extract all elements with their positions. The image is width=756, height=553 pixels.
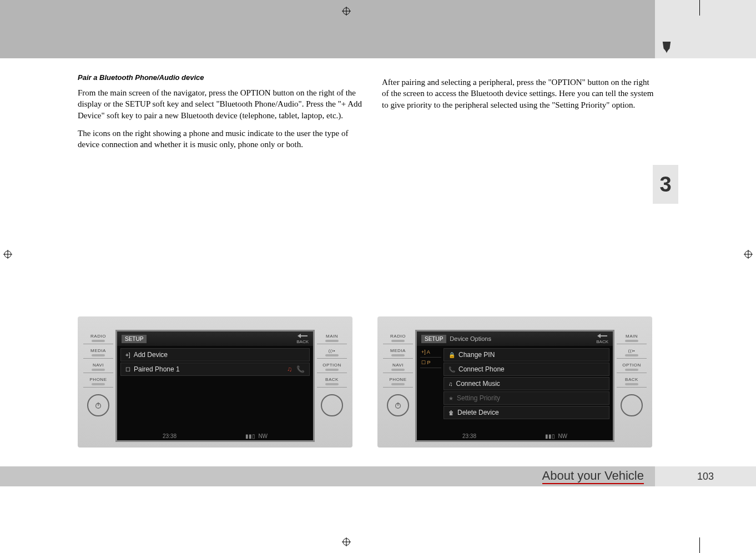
paired-device-row[interactable]: ☐ Paired Phone 1 ♫ 📞	[120, 363, 310, 376]
row-label: Change PIN	[458, 351, 495, 359]
setup-badge: SETUP	[421, 335, 446, 343]
back-arrow-icon	[298, 334, 308, 338]
option-button[interactable]: OPTION	[617, 361, 647, 373]
registration-mark-icon	[3, 250, 12, 259]
add-device-row[interactable]: +] Add Device	[120, 348, 310, 361]
compass: NW	[558, 433, 567, 439]
add-icon: +]	[125, 352, 130, 358]
radio-button[interactable]: RADIO	[383, 332, 413, 344]
media-button[interactable]: MEDIA	[383, 346, 413, 359]
screen-header: SETUP BACK	[117, 331, 313, 346]
ferrari-logo-icon	[662, 42, 672, 54]
screen-header: SETUP Device Options BACK	[417, 331, 613, 346]
left-column: Pair a Bluetooth Phone/Audio device From…	[78, 73, 366, 157]
infotainment-screenshot-setup: RADIO MEDIA NAVI PHONE SETUP BACK	[78, 316, 352, 448]
navi-button[interactable]: NAVI	[83, 361, 113, 373]
compass: NW	[258, 433, 268, 439]
main-button[interactable]: MAIN	[617, 332, 647, 344]
status-bar: 23:38 ▮▮▯ NW	[117, 433, 313, 439]
sub-add[interactable]: +] A	[420, 347, 441, 358]
signal-button[interactable]: ((ı•	[617, 346, 647, 359]
device-icon: ☐	[125, 366, 130, 373]
screen-list: 🔒 Change PIN 📞 Connect Phone ♫ Connect M…	[440, 346, 613, 421]
music-icon: ♫	[448, 381, 453, 387]
left-hard-buttons: RADIO MEDIA NAVI PHONE	[83, 330, 113, 442]
back-button[interactable]: BACK	[317, 375, 347, 388]
right-column: After pairing and selecting a peripheral…	[382, 77, 654, 117]
main-button[interactable]: MAIN	[317, 332, 347, 344]
signal-button[interactable]: ((ı•	[317, 346, 347, 359]
back-arrow-icon	[597, 334, 607, 338]
row-label: Connect Music	[456, 380, 500, 388]
sub-paired[interactable]: ☐ P	[420, 358, 441, 368]
center-screen: SETUP Device Options BACK +] A ☐ P 🔒 Cha…	[415, 330, 614, 442]
crop-mark-icon	[699, 0, 700, 16]
media-button[interactable]: MEDIA	[83, 346, 113, 359]
footer-text: About your Vehicle	[0, 466, 655, 486]
section-heading: Pair a Bluetooth Phone/Audio device	[78, 73, 366, 82]
right-hard-buttons: MAIN ((ı• OPTION BACK	[317, 330, 347, 442]
radio-button[interactable]: RADIO	[83, 332, 113, 344]
row-label: Add Device	[134, 351, 168, 359]
status-bar: 23:38 ▮▮▯ NW	[417, 433, 613, 439]
star-icon: ★	[448, 395, 453, 401]
antenna-icon: ((ı•	[628, 348, 635, 353]
antenna-icon: ((ı•	[329, 348, 335, 353]
left-sub-panel: +] A ☐ P	[420, 347, 441, 368]
paragraph: From the main screen of the navigator, p…	[78, 87, 366, 121]
row-label: Setting Priority	[457, 394, 500, 402]
back-softkey[interactable]: BACK	[296, 334, 309, 344]
power-icon	[394, 401, 402, 409]
right-hard-buttons: MAIN ((ı• OPTION BACK	[617, 330, 647, 442]
screen-list: +] Add Device ☐ Paired Phone 1 ♫ 📞	[117, 346, 313, 378]
registration-mark-icon	[342, 7, 351, 16]
lock-icon: 🔒	[448, 352, 455, 358]
power-icon	[94, 401, 102, 409]
footer-side: 103	[655, 466, 756, 486]
music-icon: ♫	[287, 365, 292, 373]
infotainment-screenshot-options: RADIO MEDIA NAVI PHONE SETUP Device Opti…	[377, 316, 652, 448]
back-softkey[interactable]: BACK	[596, 334, 608, 344]
back-button[interactable]: BACK	[617, 375, 647, 388]
screen-title: Device Options	[450, 335, 491, 342]
phone-icon: 📞	[296, 365, 305, 373]
section-name: About your Vehicle	[542, 469, 644, 484]
navi-button[interactable]: NAVI	[383, 361, 413, 373]
paragraph: The icons on the right showing a phone a…	[78, 128, 366, 150]
change-pin-row[interactable]: 🔒 Change PIN	[443, 348, 609, 361]
trash-icon: 🗑	[448, 410, 454, 416]
left-hard-buttons: RADIO MEDIA NAVI PHONE	[383, 330, 413, 442]
setup-badge: SETUP	[122, 335, 147, 343]
delete-device-row[interactable]: 🗑 Delete Device	[443, 406, 609, 419]
power-knob[interactable]	[87, 394, 109, 416]
header-band	[0, 0, 655, 58]
page: Pair a Bluetooth Phone/Audio device From…	[0, 0, 756, 553]
phone-button[interactable]: PHONE	[83, 375, 113, 388]
phone-button[interactable]: PHONE	[383, 375, 413, 388]
signal-icon: ▮▮▯	[545, 433, 555, 439]
crop-mark-icon	[699, 537, 700, 553]
option-button[interactable]: OPTION	[317, 361, 347, 373]
paragraph: After pairing and selecting a peripheral…	[382, 77, 654, 110]
rotary-knob[interactable]	[621, 394, 643, 416]
center-screen: SETUP BACK +] Add Device ☐ Paired Phone …	[115, 330, 315, 442]
row-label: Connect Phone	[458, 365, 505, 373]
registration-mark-icon	[744, 250, 753, 259]
connect-phone-row[interactable]: 📞 Connect Phone	[443, 363, 609, 376]
chapter-number: 3	[659, 173, 671, 197]
row-label: Delete Device	[457, 409, 499, 416]
registration-mark-icon	[342, 537, 351, 546]
page-number: 103	[697, 471, 714, 482]
power-knob[interactable]	[387, 394, 409, 416]
clock: 23:38	[163, 433, 177, 439]
connect-music-row[interactable]: ♫ Connect Music	[443, 377, 609, 390]
clock: 23:38	[462, 433, 476, 439]
phone-icon: 📞	[448, 366, 455, 373]
chapter-indicator: 3	[653, 165, 678, 204]
signal-icon: ▮▮▯	[245, 433, 255, 439]
row-label: Paired Phone 1	[134, 365, 180, 373]
setting-priority-row[interactable]: ★ Setting Priority	[443, 391, 609, 405]
rotary-knob[interactable]	[321, 394, 343, 416]
